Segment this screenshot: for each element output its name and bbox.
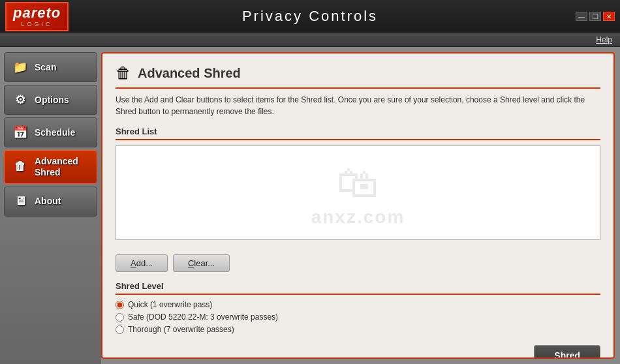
content-area: 🗑 Advanced Shred Use the Add and Clear b… — [101, 52, 615, 359]
radio-thorough-input[interactable] — [116, 326, 124, 334]
schedule-icon: 📅 — [11, 123, 29, 142]
watermark-bag-icon: 🛍 — [337, 159, 379, 207]
logo-sub: LOGIC — [22, 21, 53, 27]
shred-list-section: Shred List 🛍 anxz.com — [116, 127, 600, 247]
sidebar-item-options[interactable]: ⚙ Options — [4, 85, 97, 115]
shred-btn-s: S — [554, 350, 560, 359]
radio-safe-input[interactable] — [116, 313, 124, 322]
minimize-button[interactable]: — — [576, 12, 587, 21]
options-icon: ⚙ — [11, 91, 29, 109]
page-header: 🗑 Advanced Shred — [116, 64, 600, 89]
help-bar: Help — [0, 33, 620, 47]
sidebar-label-scan: Scan — [35, 62, 56, 73]
sidebar-label-schedule: Schedule — [35, 127, 75, 138]
description-text: Use the Add and Clear buttons to select … — [116, 94, 600, 117]
main-layout: 📁 Scan ⚙ Options 📅 Schedule 🗑 AdvancedSh… — [0, 47, 620, 364]
sidebar-item-schedule[interactable]: 📅 Schedule — [4, 117, 97, 147]
radio-quick: Quick (1 overwrite pass) — [116, 300, 600, 309]
add-button-rest: dd... — [136, 258, 153, 268]
title-bar: pareto LOGIC Privacy Controls — ❐ ✕ — [0, 0, 620, 33]
radio-thorough-label: Thorough (7 overwrite passes) — [128, 325, 234, 334]
page-title: Advanced Shred — [138, 66, 241, 81]
add-button[interactable]: Add... — [116, 254, 168, 272]
window-controls: — ❐ ✕ — [576, 12, 615, 21]
restore-button[interactable]: ❐ — [589, 12, 601, 21]
logo: pareto LOGIC — [5, 2, 74, 31]
watermark: 🛍 anxz.com — [311, 159, 405, 228]
shred-level-divider — [116, 294, 600, 295]
shred-level-label: Shred Level — [116, 281, 600, 291]
add-button-label: A — [131, 258, 136, 268]
clear-button-label: C — [188, 258, 194, 268]
clear-button-rest: lear... — [194, 258, 215, 268]
app-title: Privacy Controls — [242, 8, 378, 25]
shred-list-box: 🛍 anxz.com — [116, 145, 600, 240]
watermark-text: anxz.com — [311, 207, 405, 228]
scan-icon: 📁 — [11, 58, 29, 76]
page-header-icon: 🗑 — [116, 64, 131, 82]
sidebar-item-scan[interactable]: 📁 Scan — [4, 52, 97, 82]
sidebar-item-about[interactable]: 🖥 About — [4, 187, 97, 217]
shred-btn-rest: hred — [561, 350, 580, 359]
logo-name: pareto — [13, 6, 61, 20]
footer-row: Warning: Shredded files cannot be recove… — [116, 345, 600, 359]
list-button-row: Add... Clear... — [116, 254, 600, 272]
logo-box: pareto LOGIC — [5, 2, 69, 31]
help-link[interactable]: Help — [596, 35, 612, 44]
shred-list-label: Shred List — [116, 127, 600, 136]
sidebar-label-options: Options — [35, 95, 69, 106]
sidebar-item-advanced-shred[interactable]: 🗑 AdvancedShred — [4, 150, 97, 184]
clear-button[interactable]: Clear... — [173, 254, 230, 272]
radio-quick-label: Quick (1 overwrite pass) — [128, 300, 212, 309]
close-button[interactable]: ✕ — [603, 12, 615, 21]
radio-thorough: Thorough (7 overwrite passes) — [116, 325, 600, 334]
shred-level-section: Shred Level Quick (1 overwrite pass) Saf… — [116, 281, 600, 337]
sidebar-label-advanced-shred: AdvancedShred — [35, 156, 78, 178]
shred-button[interactable]: Shred — [534, 345, 600, 359]
about-icon: 🖥 — [11, 192, 29, 211]
advanced-shred-icon: 🗑 — [11, 158, 29, 176]
shred-list-divider — [116, 139, 600, 140]
radio-safe-label: Safe (DOD 5220.22-M: 3 overwrite passes) — [128, 312, 278, 322]
sidebar: 📁 Scan ⚙ Options 📅 Schedule 🗑 AdvancedSh… — [0, 47, 101, 364]
radio-safe: Safe (DOD 5220.22-M: 3 overwrite passes) — [116, 312, 600, 322]
warning-text: Warning: Shredded files cannot be recove… — [116, 357, 275, 359]
radio-quick-input[interactable] — [116, 301, 124, 309]
sidebar-label-about: About — [35, 196, 61, 207]
